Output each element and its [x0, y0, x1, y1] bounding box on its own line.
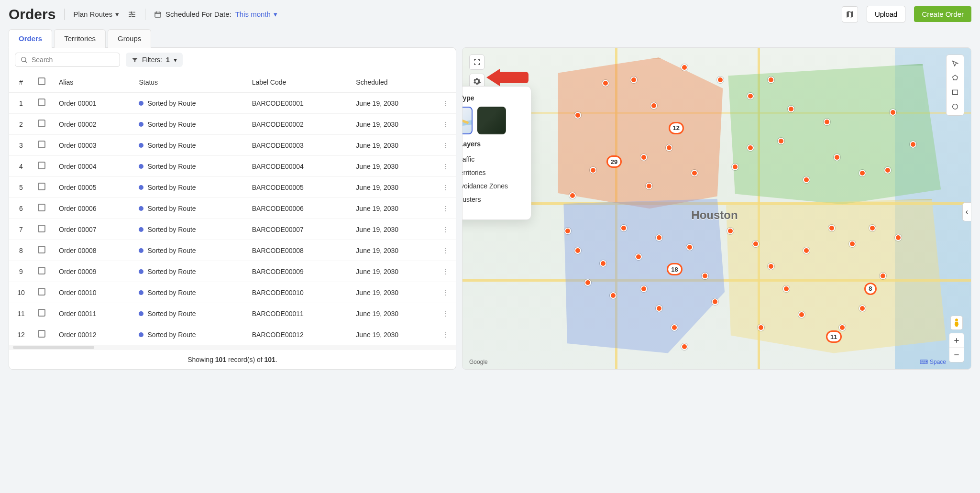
map-marker[interactable] — [895, 234, 902, 241]
zoom-out-button[interactable] — [949, 348, 964, 362]
map-marker[interactable] — [584, 279, 591, 286]
col-num[interactable]: # — [9, 72, 33, 93]
search-input[interactable] — [32, 56, 115, 64]
row-checkbox[interactable] — [38, 225, 45, 232]
map-marker[interactable] — [747, 144, 754, 151]
scheduled-filter[interactable]: Scheduled For Date: This month ▾ — [154, 10, 277, 19]
map-marker[interactable] — [890, 109, 896, 116]
map-marker[interactable] — [824, 119, 830, 125]
row-checkbox[interactable] — [38, 120, 45, 127]
map-marker[interactable] — [803, 176, 810, 183]
map-marker[interactable] — [681, 64, 688, 71]
row-checkbox[interactable] — [38, 267, 45, 274]
table-row[interactable]: 12Order 00012Sorted by RouteBARCODE00012… — [9, 324, 456, 345]
row-menu-button[interactable]: ⋮ — [440, 282, 456, 303]
pointer-tool[interactable] — [949, 58, 961, 69]
table-row[interactable]: 1Order 00001Sorted by RouteBARCODE00001J… — [9, 93, 456, 114]
map-marker[interactable] — [574, 247, 581, 254]
map-marker[interactable] — [768, 263, 774, 270]
col-status[interactable]: Status — [134, 72, 247, 93]
circle-tool[interactable] — [949, 101, 961, 112]
map-marker[interactable] — [849, 241, 856, 247]
tab-groups[interactable]: Groups — [108, 29, 151, 48]
table-row[interactable]: 5Order 00005Sorted by RouteBARCODE00005J… — [9, 177, 456, 198]
layer-toggle[interactable]: ✓Territories — [462, 166, 523, 179]
territory-orange[interactable] — [549, 57, 732, 212]
table-row[interactable]: 4Order 00004Sorted by RouteBARCODE00004J… — [9, 156, 456, 177]
row-menu-button[interactable]: ⋮ — [440, 114, 456, 135]
map-marker[interactable] — [686, 244, 693, 251]
map-marker[interactable] — [712, 298, 718, 305]
map-marker[interactable] — [656, 234, 662, 241]
row-checkbox[interactable] — [38, 183, 45, 190]
row-menu-button[interactable]: ⋮ — [440, 261, 456, 282]
map-panel[interactable]: Houston 122918811 Map Type — [462, 47, 971, 370]
map-marker[interactable] — [834, 154, 840, 161]
map-marker[interactable] — [752, 241, 759, 247]
search-input-wrap[interactable] — [15, 53, 120, 67]
map-marker[interactable] — [839, 324, 846, 331]
map-marker[interactable] — [620, 225, 627, 231]
map-marker[interactable] — [656, 305, 662, 312]
row-checkbox[interactable] — [38, 204, 45, 211]
map-marker[interactable] — [640, 154, 647, 161]
row-checkbox[interactable] — [38, 288, 45, 296]
polygon-tool[interactable] — [949, 72, 961, 84]
map-marker[interactable] — [646, 183, 652, 189]
create-order-button[interactable]: Create Order — [914, 6, 971, 22]
map-cluster[interactable]: 11 — [826, 330, 841, 343]
row-checkbox[interactable] — [38, 330, 45, 338]
layer-toggle[interactable]: Avoidance Zones — [462, 179, 523, 193]
map-cluster[interactable]: 18 — [667, 263, 682, 275]
map-marker[interactable] — [600, 260, 606, 267]
row-menu-button[interactable]: ⋮ — [440, 240, 456, 261]
select-all-checkbox[interactable] — [38, 77, 45, 85]
map-cluster[interactable]: 29 — [606, 155, 622, 168]
col-label-code[interactable]: Label Code — [247, 72, 352, 93]
map-marker[interactable] — [758, 324, 764, 331]
table-row[interactable]: 9Order 00009Sorted by RouteBARCODE00009J… — [9, 261, 456, 282]
collapse-map-button[interactable]: ‹ — [962, 202, 971, 221]
map-marker[interactable] — [869, 225, 876, 231]
map-cluster[interactable]: 8 — [864, 283, 877, 295]
map-marker[interactable] — [717, 77, 724, 83]
layer-toggle[interactable]: ✓Clusters — [462, 193, 523, 206]
col-scheduled[interactable]: Scheduled — [351, 72, 440, 93]
table-row[interactable]: 6Order 00006Sorted by RouteBARCODE00006J… — [9, 198, 456, 219]
map-marker[interactable] — [590, 167, 596, 174]
table-row[interactable]: 11Order 00011Sorted by RouteBARCODE00011… — [9, 303, 456, 324]
row-menu-button[interactable]: ⋮ — [440, 219, 456, 240]
map-marker[interactable] — [828, 225, 835, 231]
row-menu-button[interactable]: ⋮ — [440, 198, 456, 219]
map-view-button[interactable] — [842, 6, 858, 22]
map-marker[interactable] — [564, 228, 571, 234]
row-checkbox[interactable] — [38, 246, 45, 253]
layer-toggle[interactable]: Traffic — [462, 153, 523, 166]
map-marker[interactable] — [610, 292, 617, 299]
streetview-pegman[interactable] — [950, 316, 963, 330]
settings-sliders-icon[interactable] — [128, 10, 136, 19]
tab-orders[interactable]: Orders — [9, 29, 52, 48]
map-type-roadmap[interactable] — [462, 107, 473, 134]
map-marker[interactable] — [671, 324, 678, 331]
row-checkbox[interactable] — [38, 162, 45, 169]
row-menu-button[interactable]: ⋮ — [440, 156, 456, 177]
map-marker[interactable] — [783, 285, 790, 292]
row-menu-button[interactable]: ⋮ — [440, 324, 456, 345]
row-menu-button[interactable]: ⋮ — [440, 303, 456, 324]
map-space-toggle[interactable]: ⌨ Space — [920, 359, 946, 365]
table-row[interactable]: 8Order 00008Sorted by RouteBARCODE00008J… — [9, 240, 456, 261]
row-menu-button[interactable]: ⋮ — [440, 135, 456, 156]
table-row[interactable]: 7Order 00007Sorted by RouteBARCODE00007J… — [9, 219, 456, 240]
filters-dropdown[interactable]: Filters: 1 ▾ — [126, 53, 183, 67]
tab-territories[interactable]: Territories — [54, 29, 106, 48]
row-menu-button[interactable]: ⋮ — [440, 93, 456, 114]
h-scrollbar[interactable] — [9, 345, 456, 350]
map-marker[interactable] — [702, 273, 708, 279]
map-marker[interactable] — [884, 167, 891, 174]
table-row[interactable]: 2Order 00002Sorted by RouteBARCODE00002J… — [9, 114, 456, 135]
plan-routes-dropdown[interactable]: Plan Routes ▾ — [73, 10, 119, 19]
map-type-satellite[interactable] — [477, 107, 506, 134]
row-checkbox[interactable] — [38, 141, 45, 148]
upload-button[interactable]: Upload — [867, 6, 906, 22]
